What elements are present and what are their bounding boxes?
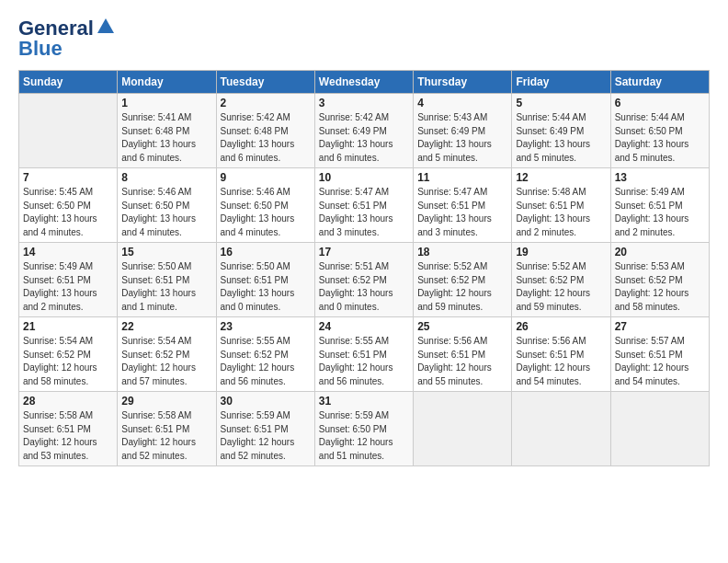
- day-number: 4: [417, 97, 507, 109]
- day-number: 29: [121, 395, 211, 408]
- day-info: Sunrise: 5:53 AM Sunset: 6:52 PM Dayligh…: [615, 260, 705, 314]
- day-number: 28: [23, 395, 113, 408]
- calendar-cell: 19Sunrise: 5:52 AM Sunset: 6:52 PM Dayli…: [512, 243, 610, 317]
- day-info: Sunrise: 5:42 AM Sunset: 6:49 PM Dayligh…: [319, 111, 409, 165]
- weekday-header-monday: Monday: [118, 71, 216, 94]
- weekday-header-wednesday: Wednesday: [314, 71, 413, 94]
- calendar-cell: 20Sunrise: 5:53 AM Sunset: 6:52 PM Dayli…: [610, 243, 709, 317]
- calendar-cell: 25Sunrise: 5:56 AM Sunset: 6:51 PM Dayli…: [414, 317, 512, 392]
- calendar-cell: 2Sunrise: 5:42 AM Sunset: 6:48 PM Daylig…: [216, 94, 314, 168]
- calendar-cell: [512, 392, 610, 466]
- calendar-cell: 15Sunrise: 5:50 AM Sunset: 6:51 PM Dayli…: [118, 243, 216, 317]
- day-number: 26: [516, 320, 606, 333]
- calendar-cell: [414, 392, 512, 466]
- calendar-cell: 4Sunrise: 5:43 AM Sunset: 6:49 PM Daylig…: [414, 94, 512, 168]
- day-info: Sunrise: 5:52 AM Sunset: 6:52 PM Dayligh…: [417, 260, 507, 314]
- day-number: 20: [615, 246, 705, 259]
- day-info: Sunrise: 5:58 AM Sunset: 6:51 PM Dayligh…: [23, 409, 113, 463]
- day-info: Sunrise: 5:48 AM Sunset: 6:51 PM Dayligh…: [516, 186, 606, 239]
- day-number: 17: [319, 246, 409, 259]
- day-number: 1: [121, 97, 211, 109]
- calendar-cell: [19, 94, 118, 168]
- day-number: 18: [417, 246, 507, 259]
- day-number: 16: [221, 246, 311, 259]
- calendar-cell: 7Sunrise: 5:45 AM Sunset: 6:50 PM Daylig…: [19, 168, 118, 243]
- day-number: 25: [417, 320, 507, 333]
- calendar-cell: 6Sunrise: 5:44 AM Sunset: 6:50 PM Daylig…: [610, 94, 709, 168]
- day-info: Sunrise: 5:50 AM Sunset: 6:51 PM Dayligh…: [121, 260, 211, 314]
- day-number: 30: [221, 395, 311, 408]
- day-number: 7: [23, 171, 113, 184]
- calendar-cell: 18Sunrise: 5:52 AM Sunset: 6:52 PM Dayli…: [414, 243, 512, 317]
- day-info: Sunrise: 5:46 AM Sunset: 6:50 PM Dayligh…: [221, 186, 311, 239]
- calendar-cell: 27Sunrise: 5:57 AM Sunset: 6:51 PM Dayli…: [610, 317, 709, 392]
- day-number: 23: [221, 320, 311, 333]
- calendar-cell: 31Sunrise: 5:59 AM Sunset: 6:50 PM Dayli…: [314, 392, 413, 466]
- day-info: Sunrise: 5:51 AM Sunset: 6:52 PM Dayligh…: [319, 260, 409, 314]
- day-number: 21: [23, 320, 113, 333]
- day-number: 31: [319, 395, 409, 408]
- day-info: Sunrise: 5:43 AM Sunset: 6:49 PM Dayligh…: [417, 111, 507, 165]
- day-info: Sunrise: 5:49 AM Sunset: 6:51 PM Dayligh…: [23, 260, 113, 314]
- day-info: Sunrise: 5:54 AM Sunset: 6:52 PM Dayligh…: [23, 335, 113, 388]
- svg-marker-0: [97, 18, 114, 33]
- day-number: 27: [615, 320, 705, 333]
- calendar-cell: 21Sunrise: 5:54 AM Sunset: 6:52 PM Dayli…: [19, 317, 118, 392]
- weekday-header-thursday: Thursday: [414, 71, 512, 94]
- day-info: Sunrise: 5:45 AM Sunset: 6:50 PM Dayligh…: [23, 186, 113, 239]
- day-info: Sunrise: 5:41 AM Sunset: 6:48 PM Dayligh…: [121, 111, 211, 165]
- day-info: Sunrise: 5:58 AM Sunset: 6:51 PM Dayligh…: [121, 409, 211, 463]
- day-info: Sunrise: 5:44 AM Sunset: 6:50 PM Dayligh…: [615, 111, 705, 165]
- calendar-cell: 29Sunrise: 5:58 AM Sunset: 6:51 PM Dayli…: [118, 392, 216, 466]
- calendar-cell: 14Sunrise: 5:49 AM Sunset: 6:51 PM Dayli…: [19, 243, 118, 317]
- calendar-cell: 16Sunrise: 5:50 AM Sunset: 6:51 PM Dayli…: [216, 243, 314, 317]
- calendar-cell: 28Sunrise: 5:58 AM Sunset: 6:51 PM Dayli…: [19, 392, 118, 466]
- day-info: Sunrise: 5:49 AM Sunset: 6:51 PM Dayligh…: [615, 186, 705, 239]
- calendar-cell: 12Sunrise: 5:48 AM Sunset: 6:51 PM Dayli…: [512, 168, 610, 243]
- calendar-cell: 13Sunrise: 5:49 AM Sunset: 6:51 PM Dayli…: [610, 168, 709, 243]
- day-number: 10: [319, 171, 409, 184]
- day-number: 8: [121, 171, 211, 184]
- day-number: 12: [516, 171, 606, 184]
- calendar-cell: 11Sunrise: 5:47 AM Sunset: 6:51 PM Dayli…: [414, 168, 512, 243]
- calendar-cell: 9Sunrise: 5:46 AM Sunset: 6:50 PM Daylig…: [216, 168, 314, 243]
- calendar-cell: 8Sunrise: 5:46 AM Sunset: 6:50 PM Daylig…: [118, 168, 216, 243]
- calendar-cell: 3Sunrise: 5:42 AM Sunset: 6:49 PM Daylig…: [314, 94, 413, 168]
- calendar-cell: 26Sunrise: 5:56 AM Sunset: 6:51 PM Dayli…: [512, 317, 610, 392]
- weekday-header-friday: Friday: [512, 71, 610, 94]
- calendar-cell: 17Sunrise: 5:51 AM Sunset: 6:52 PM Dayli…: [314, 243, 413, 317]
- day-info: Sunrise: 5:47 AM Sunset: 6:51 PM Dayligh…: [319, 186, 409, 239]
- day-number: 9: [221, 171, 311, 184]
- day-number: 3: [319, 97, 409, 109]
- logo-icon: [96, 17, 116, 37]
- day-info: Sunrise: 5:54 AM Sunset: 6:52 PM Dayligh…: [121, 335, 211, 388]
- day-number: 13: [615, 171, 705, 184]
- day-number: 6: [615, 97, 705, 109]
- day-info: Sunrise: 5:46 AM Sunset: 6:50 PM Dayligh…: [121, 186, 211, 239]
- calendar-table: SundayMondayTuesdayWednesdayThursdayFrid…: [18, 70, 710, 466]
- day-info: Sunrise: 5:59 AM Sunset: 6:50 PM Dayligh…: [319, 409, 409, 463]
- weekday-header-tuesday: Tuesday: [216, 71, 314, 94]
- day-number: 22: [121, 320, 211, 333]
- day-info: Sunrise: 5:59 AM Sunset: 6:51 PM Dayligh…: [221, 409, 311, 463]
- day-info: Sunrise: 5:55 AM Sunset: 6:52 PM Dayligh…: [221, 335, 311, 388]
- logo: General Blue: [18, 17, 116, 61]
- day-number: 15: [121, 246, 211, 259]
- calendar-cell: 22Sunrise: 5:54 AM Sunset: 6:52 PM Dayli…: [118, 317, 216, 392]
- page: General Blue SundayMondayTuesdayWednesda…: [0, 0, 728, 476]
- day-info: Sunrise: 5:42 AM Sunset: 6:48 PM Dayligh…: [221, 111, 311, 165]
- calendar-cell: 10Sunrise: 5:47 AM Sunset: 6:51 PM Dayli…: [314, 168, 413, 243]
- day-number: 2: [221, 97, 311, 109]
- day-number: 19: [516, 246, 606, 259]
- day-info: Sunrise: 5:50 AM Sunset: 6:51 PM Dayligh…: [221, 260, 311, 314]
- calendar-cell: 30Sunrise: 5:59 AM Sunset: 6:51 PM Dayli…: [216, 392, 314, 466]
- header: General Blue: [18, 17, 710, 61]
- day-info: Sunrise: 5:57 AM Sunset: 6:51 PM Dayligh…: [615, 335, 705, 388]
- day-number: 5: [516, 97, 606, 109]
- day-number: 24: [319, 320, 409, 333]
- day-info: Sunrise: 5:56 AM Sunset: 6:51 PM Dayligh…: [417, 335, 507, 388]
- calendar-cell: 24Sunrise: 5:55 AM Sunset: 6:51 PM Dayli…: [314, 317, 413, 392]
- day-info: Sunrise: 5:52 AM Sunset: 6:52 PM Dayligh…: [516, 260, 606, 314]
- calendar-cell: [610, 392, 709, 466]
- day-info: Sunrise: 5:55 AM Sunset: 6:51 PM Dayligh…: [319, 335, 409, 388]
